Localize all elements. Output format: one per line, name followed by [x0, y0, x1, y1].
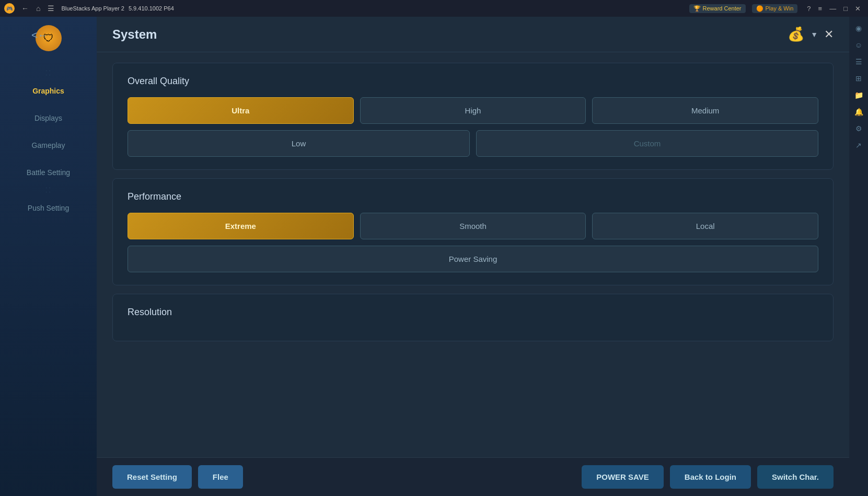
performance-row-1: Extreme Smooth Local	[128, 213, 818, 239]
flee-button[interactable]: Flee	[198, 465, 243, 489]
bottom-bar: Reset Setting Flee POWER SAVE Back to Lo…	[97, 457, 849, 496]
rail-icon-8[interactable]: ↗	[851, 138, 866, 153]
performance-buttons: Extreme Smooth Local Power Saving	[128, 213, 818, 272]
sidebar-push-label: Push Setting	[28, 204, 69, 212]
high-button[interactable]: High	[360, 97, 586, 124]
reward-center-button[interactable]: 🏆 Reward Center	[689, 4, 746, 13]
sidebar-item-battle-setting[interactable]: Battle Setting	[0, 159, 97, 186]
rail-icon-3[interactable]: ☰	[851, 54, 866, 69]
content-header: System 💰 ▼ ✕	[97, 17, 849, 52]
sidebar-item-gameplay[interactable]: Gameplay	[0, 132, 97, 159]
rail-icon-4[interactable]: ⊞	[851, 71, 866, 86]
play-win-label: Play & Win	[766, 5, 794, 11]
sidebar-item-push-setting[interactable]: Push Setting	[0, 194, 97, 222]
overall-quality-buttons: Ultra High Medium Low Custom	[128, 97, 818, 157]
play-win-icon: 🟠	[756, 5, 763, 12]
back-arrow-icon[interactable]: <←	[31, 29, 48, 41]
smooth-button[interactable]: Smooth	[360, 213, 586, 239]
page-title: System	[112, 27, 157, 42]
app-logo: 🎮	[4, 3, 15, 14]
sidebar-decoration-1: · ·· ·	[0, 69, 97, 77]
menu-button[interactable]: ≡	[815, 4, 826, 14]
nav-back-button[interactable]: ←	[19, 3, 31, 14]
sidebar-item-displays[interactable]: Displays	[0, 105, 97, 132]
overall-quality-title: Overall Quality	[128, 76, 818, 87]
app-name: BlueStacks App Player 2	[61, 5, 124, 11]
back-to-login-button[interactable]: Back to Login	[670, 465, 751, 489]
rail-icon-5[interactable]: 📁	[851, 88, 866, 102]
sidebar-displays-label: Displays	[34, 114, 62, 122]
quality-row-1: Ultra High Medium	[128, 97, 818, 124]
nav-bookmark-button[interactable]: ☰	[45, 3, 57, 14]
titlebar-right: 🏆 Reward Center 🟠 Play & Win ? ≡ — □ ✕	[689, 4, 864, 14]
local-button[interactable]: Local	[592, 213, 818, 239]
money-bag-icon[interactable]: 💰	[788, 26, 804, 42]
custom-button[interactable]: Custom	[476, 130, 818, 157]
extreme-button[interactable]: Extreme	[128, 213, 354, 239]
minimize-button[interactable]: —	[826, 4, 839, 14]
rail-icon-1[interactable]: ◉	[851, 21, 866, 36]
panel-close-button[interactable]: ✕	[824, 28, 834, 41]
resolution-title: Resolution	[128, 307, 818, 318]
reward-center-label: Reward Center	[703, 5, 742, 11]
resolution-section: Resolution	[112, 294, 834, 341]
titlebar-left: 🎮 ← ⌂ ☰ BlueStacks App Player 2 5.9.410.…	[4, 3, 174, 14]
sidebar-nav: · ·· · Graphics Displays Gameplay Battle…	[0, 69, 97, 222]
nav-home-button[interactable]: ⌂	[33, 3, 43, 14]
performance-title: Performance	[128, 191, 818, 202]
rail-icon-2[interactable]: ☺	[851, 38, 866, 52]
content-scroll: Overall Quality Ultra High Medium Low Cu…	[97, 52, 849, 457]
rail-icon-7[interactable]: ⚙	[851, 121, 866, 136]
content-area: System 💰 ▼ ✕ Overall Quality Ultra High …	[97, 17, 849, 496]
low-button[interactable]: Low	[128, 130, 470, 157]
dropdown-arrow-icon[interactable]: ▼	[811, 30, 818, 39]
switch-char-button[interactable]: Switch Char.	[757, 465, 834, 489]
window-controls: ? ≡ — □ ✕	[804, 4, 864, 14]
sidebar-decoration-2: · ·· ·	[0, 186, 97, 194]
reward-icon: 🏆	[693, 5, 701, 12]
power-saving-button[interactable]: Power Saving	[128, 246, 818, 272]
help-button[interactable]: ?	[804, 4, 814, 14]
main-layout: 🛡 <← · ·· · Graphics Displays Gameplay B…	[0, 17, 868, 496]
right-rail: ◉ ☺ ☰ ⊞ 📁 🔔 ⚙ ↗	[849, 17, 868, 496]
medium-button[interactable]: Medium	[592, 97, 818, 124]
sidebar-gameplay-label: Gameplay	[32, 141, 65, 149]
sidebar-battle-label: Battle Setting	[27, 168, 70, 177]
play-win-button[interactable]: 🟠 Play & Win	[752, 4, 798, 13]
titlebar-nav: ← ⌂ ☰	[19, 3, 57, 14]
overall-quality-section: Overall Quality Ultra High Medium Low Cu…	[112, 63, 834, 170]
window-close-button[interactable]: ✕	[852, 4, 864, 14]
sidebar: 🛡 <← · ·· · Graphics Displays Gameplay B…	[0, 17, 97, 496]
performance-row-2: Power Saving	[128, 246, 818, 272]
sidebar-graphics-label: Graphics	[32, 87, 64, 95]
titlebar: 🎮 ← ⌂ ☰ BlueStacks App Player 2 5.9.410.…	[0, 0, 868, 17]
maximize-button[interactable]: □	[840, 4, 851, 14]
app-version: 5.9.410.1002 P64	[129, 5, 174, 11]
quality-row-2: Low Custom	[128, 130, 818, 157]
rail-icon-6[interactable]: 🔔	[851, 105, 866, 119]
power-save-button[interactable]: POWER SAVE	[582, 465, 664, 489]
performance-section: Performance Extreme Smooth Local Power S…	[112, 178, 834, 285]
reset-setting-button[interactable]: Reset Setting	[112, 465, 192, 489]
header-right: 💰 ▼ ✕	[788, 26, 834, 42]
sidebar-item-graphics[interactable]: Graphics	[0, 77, 97, 105]
ultra-button[interactable]: Ultra	[128, 97, 354, 124]
